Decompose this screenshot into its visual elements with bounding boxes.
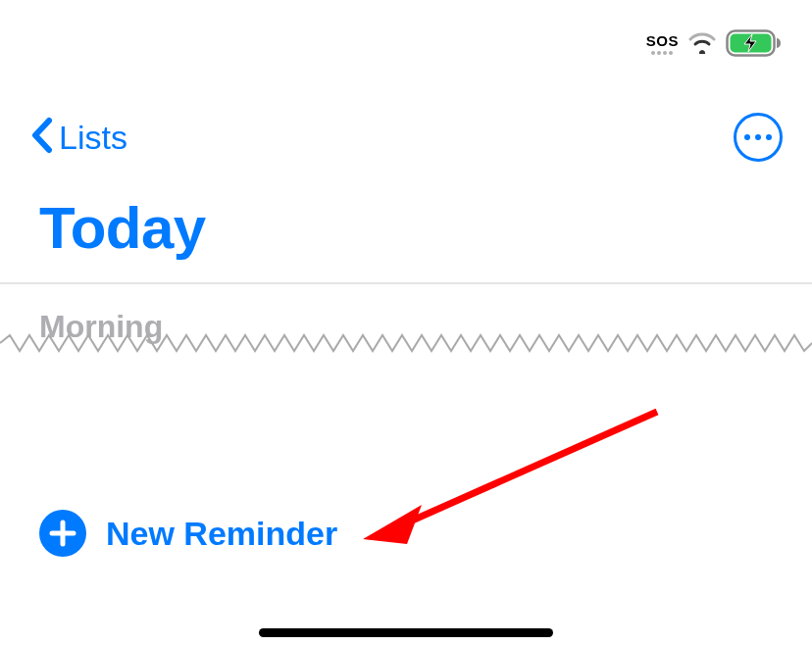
ellipsis-icon <box>744 134 772 140</box>
wifi-icon <box>688 32 716 54</box>
back-button[interactable]: Lists <box>29 117 127 158</box>
svg-line-2 <box>392 412 657 529</box>
torn-edge-decoration <box>0 333 812 353</box>
back-label: Lists <box>59 119 127 157</box>
sos-label: SOS <box>646 32 679 49</box>
more-button[interactable] <box>734 113 783 162</box>
page-title: Today <box>39 194 206 262</box>
sos-dots <box>651 51 673 55</box>
annotation-arrow <box>343 402 677 563</box>
svg-marker-3 <box>363 505 422 544</box>
new-reminder-button[interactable]: New Reminder <box>39 510 337 557</box>
battery-charging-icon <box>726 29 783 57</box>
sos-indicator: SOS <box>646 32 679 55</box>
plus-circle-icon <box>39 510 86 557</box>
chevron-left-icon <box>29 117 53 158</box>
divider <box>0 282 812 284</box>
nav-bar: Lists <box>0 113 812 162</box>
status-bar: SOS <box>646 29 783 57</box>
home-indicator[interactable] <box>259 628 553 637</box>
new-reminder-label: New Reminder <box>106 515 337 553</box>
